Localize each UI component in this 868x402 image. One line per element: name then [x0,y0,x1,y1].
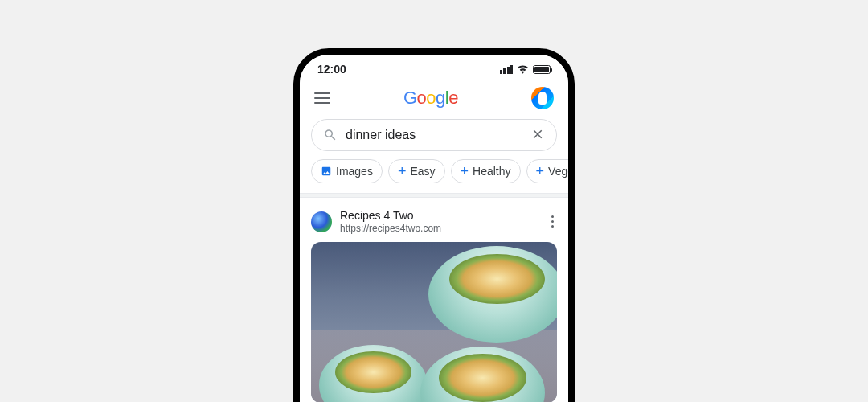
site-url: https://recipes4two.com [340,223,540,234]
result-thumbnail[interactable] [311,242,557,402]
app-header: Google [300,79,568,116]
site-info: Recipes 4 Two https://recipes4two.com [340,209,540,234]
screen: 12:00 Google [300,55,568,402]
battery-icon [533,65,551,74]
search-result[interactable]: Recipes 4 Two https://recipes4two.com [300,198,568,402]
plus-icon: + [536,166,545,177]
phone-frame: 12:00 Google [293,48,575,402]
more-options-icon[interactable] [548,212,558,232]
google-logo[interactable]: Google [403,88,458,109]
search-bar[interactable] [311,119,557,151]
chip-label: Healthy [473,165,510,178]
chip-easy[interactable]: + Easy [388,159,445,183]
filter-chips: Images + Easy + Healthy + Veget [300,159,568,193]
search-input[interactable] [346,128,522,142]
status-time: 12:00 [317,63,346,76]
chip-label: Images [336,165,373,178]
chip-images[interactable]: Images [311,159,383,183]
menu-icon[interactable] [314,89,330,107]
search-icon [323,128,338,142]
wifi-icon [517,64,529,74]
chip-label: Veget [548,165,568,178]
avatar[interactable] [531,87,554,109]
plus-icon: + [398,166,407,177]
cellular-icon [500,65,514,74]
status-icons [500,64,551,74]
chip-vegetarian[interactable]: + Veget [526,159,568,183]
status-bar: 12:00 [300,55,568,79]
image-icon [321,166,332,177]
clear-icon[interactable] [530,127,545,144]
result-header: Recipes 4 Two https://recipes4two.com [311,209,557,234]
site-name: Recipes 4 Two [340,209,540,223]
search-container [300,116,568,159]
plus-icon: + [461,166,469,177]
chip-healthy[interactable]: + Healthy [451,159,521,183]
site-favicon [311,211,332,232]
chip-label: Easy [410,165,435,178]
